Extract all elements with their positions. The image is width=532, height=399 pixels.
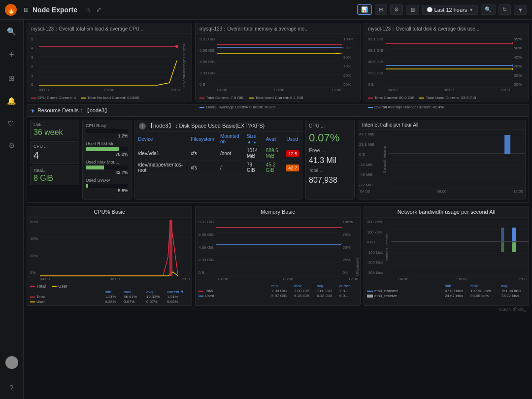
svg-point-6 <box>175 45 178 48</box>
total-mem-card: Total... 8 GiB <box>30 166 79 185</box>
sidebar-shield[interactable]: 🛡 <box>5 117 18 130</box>
share-icon[interactable]: ⤢ <box>96 6 101 13</box>
top-panels-row: mysql-123：Overall total 5m load & averag… <box>27 23 529 101</box>
cpu-cores-card: CPU ... 4 <box>30 141 79 164</box>
zoom-out-btn[interactable]: 🔍 <box>481 4 496 15</box>
mem-table: min max avg curren Total 7.80 GiB 7.80 G… <box>196 282 360 299</box>
user-avatar[interactable] <box>5 356 18 369</box>
cpu-chart-area: 60% 40% 20% 0% <box>27 218 192 277</box>
cpu-bars-panel: CPU Busy 1.2% Used RAM Me... 78.0% <box>82 120 132 200</box>
col-size[interactable]: Size ▲ <box>244 132 263 146</box>
refresh-btn[interactable]: ↻ <box>499 4 511 15</box>
stat-cards-col: Upti... 36 week CPU ... 4 Total... 8 GiB <box>30 120 79 200</box>
mem-right-axis: 100% 75% 50% 25% 0% <box>342 218 355 277</box>
net-table-header: min max avg <box>367 284 526 288</box>
cpu-free-label: Free ... <box>309 147 351 153</box>
time-range-selector[interactable]: 🕐 Last 12 hours ▼ <box>422 5 478 15</box>
sidebar-help[interactable]: ? <box>7 381 16 394</box>
disk-table-header: i 【node3】：Disk Space Used Basic(EXT?/XFS… <box>135 120 302 132</box>
memory-svg <box>217 36 342 88</box>
cell-mount: /boot <box>217 146 244 161</box>
topbar-icons: ☆ ⤢ <box>85 6 101 13</box>
monitor-btn[interactable]: 🖥 <box>406 5 419 15</box>
app-title: Node Exporte <box>33 6 77 14</box>
net-table-row2: eth0_receive 24.67 kb/s 93.69 kb/s 73.22… <box>367 294 526 298</box>
panel-memory-legend: Total Current: 7.8 GiB Total Used Curren… <box>196 94 360 111</box>
col-fs: Filesystem <box>188 132 217 146</box>
resource-section: ▼ Resource Details：【node3】 Upti... 36 we… <box>27 104 529 203</box>
bar-ram: Used RAM Me... 78.0% <box>86 141 128 157</box>
sidebar-grid[interactable]: ⊞ <box>6 71 17 85</box>
info-icon: i <box>139 123 146 130</box>
memory-basic-title: Memory Basic <box>196 206 360 218</box>
mem-table-header: min max avg curren <box>199 284 357 288</box>
table-view-btn[interactable]: ⊟ <box>375 4 387 15</box>
net-svg <box>391 218 529 277</box>
panel-cpu-load: mysql-123：Overall total 5m load & averag… <box>27 23 192 101</box>
net-x-axis: 04:0008:0012:00 <box>364 277 529 282</box>
net-chart-area: 200 kb/s 100 kb/s 0 b/s -100 kb/s -200 k… <box>364 218 529 277</box>
sidebar-settings[interactable]: ⚙ <box>6 139 17 153</box>
topbar: 🔥 ⊞ Node Exporte ☆ ⤢ 📊 ⊟ ⚙ 🖥 🕐 Last 12 h… <box>0 0 532 20</box>
cell-size: 79 GiB <box>244 161 263 175</box>
svg-rect-29 <box>504 135 510 154</box>
resource-header-title: Resource Details：【node3】 <box>37 107 110 114</box>
disk-svg <box>386 36 513 88</box>
memory-basic-panel: Memory Basic 9.31 GiB 6.98 GiB 4.66 GiB … <box>195 206 361 306</box>
resource-body: Upti... 36 week CPU ... 4 Total... 8 GiB <box>27 117 529 203</box>
net-table: min max avg eth0_transmit 47.80 kb/s 197… <box>364 282 529 299</box>
more-btn[interactable]: ▼ <box>514 5 527 15</box>
cell-fs: xfs <box>188 161 217 175</box>
cpu-basic-svg <box>40 218 192 277</box>
cpu-table-row2: User 0.28% 0.67% 0.57% 0.62% <box>30 299 189 304</box>
col-device: Device <box>135 132 188 146</box>
star-icon[interactable]: ☆ <box>85 6 91 13</box>
mem-table-row1: Total 7.80 GiB 7.80 GiB 7.80 GiB 7.8... <box>199 289 357 293</box>
cpu-legend: Total User <box>30 284 189 289</box>
receive-label: /receive /transmit <box>383 130 388 189</box>
sidebar-search[interactable]: 🔍 <box>4 25 19 38</box>
app-logo: 🔥 <box>5 4 17 16</box>
svg-rect-49 <box>512 228 516 241</box>
cpu-cores-label: CPU ... <box>33 144 76 149</box>
traffic-title: Internet traffic per hour All <box>358 120 525 130</box>
net-y-axis: 200 kb/s 100 kb/s 0 b/s -100 kb/s -200 k… <box>364 218 385 277</box>
chart-view-btn[interactable]: 📊 <box>357 4 372 15</box>
cpu-table-row1: Total 1.21% 56.91% 12.33% 1.21% <box>30 295 189 299</box>
settings-btn[interactable]: ⚙ <box>390 4 403 15</box>
sidebar-alert[interactable]: 🔔 <box>4 94 19 108</box>
mem-basic-svg <box>216 218 341 277</box>
cpu-widget: CPU ... 0.07% Free ... 41.3 Mil Total...… <box>305 120 355 200</box>
disk-table-panel: i 【node3】：Disk Space Used Basic(EXT?/XFS… <box>134 120 302 200</box>
total-mem-label: Total... <box>33 168 76 173</box>
mem-y-axis: 9.31 GiB 6.98 GiB 4.66 GiB 2.33 GiB 0 B <box>196 218 216 277</box>
disk-table-title: 【node3】：Disk Space Used Basic(EXT?/XFS) <box>148 122 265 130</box>
cell-used: 42.7 <box>283 161 302 175</box>
bar-swap: Used SWAP 5.8% <box>86 178 128 193</box>
resource-collapse-btn[interactable]: ▼ <box>30 108 35 114</box>
sidebar-add[interactable]: + <box>6 47 17 63</box>
topbar-right: 📊 ⊟ ⚙ 🖥 🕐 Last 12 hours ▼ 🔍 ↻ ▼ <box>357 4 527 15</box>
total-mem-value: 8 GiB <box>33 174 76 183</box>
cpu-basic-panel: CPU% Basic 60% 40% 20% 0% <box>27 206 192 306</box>
table-row: /dev/vda1 xfs /boot 1014 MiB 889.6 MiB 1… <box>135 146 302 161</box>
cell-fs: xfs <box>188 146 217 161</box>
cpu-total-label: Total... <box>309 168 351 173</box>
bar-cpu-busy: CPU Busy 1.2% <box>86 123 128 138</box>
traffic-x-axis: 04:0008:0012:00 <box>358 189 525 194</box>
cell-avail: 45.2 GiB <box>263 161 284 175</box>
cell-device: /dev/vda1 <box>135 146 188 161</box>
cpu-y-axis: 60% 40% 20% 0% <box>27 218 40 277</box>
panel-disk-legend: Total Current: 80.0 GiB Total Used Curre… <box>364 94 529 111</box>
cpu-pct-value: 0.07% <box>309 132 351 144</box>
sidebar: 🔍 + ⊞ 🔔 🛡 ⚙ ? <box>0 20 24 399</box>
cell-avail: 889.6 MiB <box>263 146 284 161</box>
main-layout: 🔍 + ⊞ 🔔 🛡 ⚙ ? mysql-123：Overall total 5m… <box>0 20 532 399</box>
bottom-panels-row: CPU% Basic 60% 40% 20% 0% <box>27 206 529 306</box>
svg-rect-51 <box>501 228 504 241</box>
col-mount: Mounted on <box>217 132 244 146</box>
svg-rect-52 <box>501 242 504 252</box>
cell-size: 1014 MiB <box>244 146 263 161</box>
panel-cpu-load-title: mysql-123：Overall total 5m load & averag… <box>27 23 192 34</box>
main-content: mysql-123：Overall total 5m load & averag… <box>24 20 532 399</box>
